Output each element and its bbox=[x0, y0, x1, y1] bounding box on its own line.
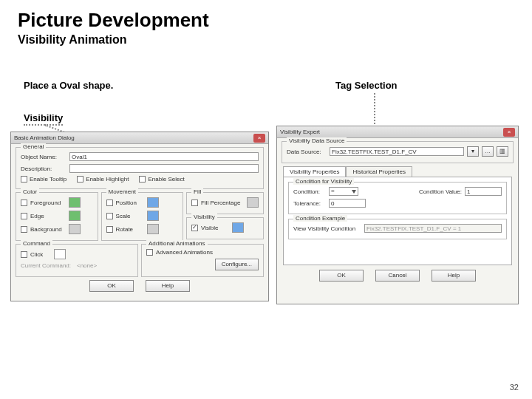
dropdown-icon[interactable]: ▾ bbox=[467, 146, 479, 157]
fill-legend: Fill bbox=[191, 188, 203, 195]
fill-label: Fill Percentage bbox=[201, 200, 244, 206]
slide-title: Picture Development bbox=[18, 9, 532, 32]
click-label: Click bbox=[30, 251, 51, 258]
condition-select[interactable]: = bbox=[329, 187, 358, 196]
command-group: Command Click Current Command:<none> bbox=[16, 244, 138, 277]
color-group: Color Foreground Edge Background bbox=[16, 192, 98, 241]
movement-legend: Movement bbox=[106, 188, 138, 195]
current-command-label: Current Command: bbox=[21, 262, 74, 269]
color-legend: Color bbox=[21, 188, 39, 195]
click-icon[interactable] bbox=[54, 249, 66, 259]
tolerance-label: Tolerance: bbox=[293, 200, 326, 207]
edge-checkbox[interactable] bbox=[21, 213, 27, 219]
enable-select-label: Enable Select bbox=[148, 176, 184, 183]
movement-group: Movement Position Scale Rotate bbox=[101, 192, 184, 241]
background-checkbox[interactable] bbox=[21, 226, 27, 233]
label-visibility: Visibility bbox=[24, 112, 63, 126]
label-tag-selection: Tag Selection bbox=[335, 80, 398, 91]
foreground-icon[interactable] bbox=[69, 197, 81, 208]
example-legend: Condition Example bbox=[293, 215, 347, 222]
dialog-title: Basic Animation Dialog bbox=[14, 134, 75, 141]
position-checkbox[interactable] bbox=[106, 200, 113, 206]
additional-group: Additional Animations Advanced Animation… bbox=[141, 244, 264, 277]
edge-label: Edge bbox=[30, 213, 66, 219]
condition-label: Condition: bbox=[293, 188, 326, 195]
help-button[interactable]: Help bbox=[146, 280, 190, 292]
slide-subtitle: Visibility Animation bbox=[18, 33, 532, 47]
data-source-legend: Visibility Data Source bbox=[287, 137, 347, 144]
visibility-group: Visibility Visible bbox=[186, 217, 264, 239]
data-source-label: Data Source: bbox=[287, 149, 327, 155]
dialog-title-right: Visibility Expert bbox=[280, 129, 320, 135]
general-group: General Object Name: Oval1 Description: … bbox=[16, 147, 264, 189]
description-label: Description: bbox=[21, 166, 66, 172]
database-icon[interactable]: ▥ bbox=[497, 146, 508, 157]
click-checkbox[interactable] bbox=[21, 251, 27, 258]
enable-tooltip-checkbox[interactable] bbox=[21, 176, 27, 183]
edge-icon[interactable] bbox=[69, 211, 81, 221]
configure-button[interactable]: Configure... bbox=[215, 259, 259, 270]
ok-button[interactable]: OK bbox=[319, 270, 364, 282]
position-label: Position bbox=[116, 200, 144, 206]
ok-button[interactable]: OK bbox=[89, 280, 134, 292]
enable-highlight-label: Enable Highlight bbox=[86, 176, 129, 183]
scale-icon[interactable] bbox=[147, 211, 159, 221]
command-legend: Command bbox=[21, 240, 52, 247]
advanced-checkbox[interactable] bbox=[146, 249, 153, 256]
visibility-expert-dialog: Visibility Expert × Visibility Data Sour… bbox=[276, 126, 519, 304]
enable-select-checkbox[interactable] bbox=[139, 176, 146, 183]
background-label: Background bbox=[30, 226, 66, 233]
visibility-tab-panel: Condition for Visibility Condition: = Co… bbox=[283, 177, 512, 265]
visible-checkbox[interactable] bbox=[191, 225, 198, 231]
tab-historical-properties[interactable]: Historical Properties bbox=[346, 166, 412, 177]
description-field[interactable] bbox=[69, 164, 259, 173]
scale-label: Scale bbox=[116, 213, 144, 219]
condition-group: Condition for Visibility Condition: = Co… bbox=[288, 182, 507, 214]
visible-label: Visible bbox=[201, 225, 229, 231]
close-icon[interactable]: × bbox=[253, 134, 265, 143]
general-legend: General bbox=[21, 143, 46, 150]
basic-animation-dialog: Basic Animation Dialog × General Object … bbox=[10, 132, 269, 301]
position-icon[interactable] bbox=[147, 197, 159, 208]
rotate-checkbox[interactable] bbox=[106, 226, 113, 233]
visible-icon[interactable] bbox=[232, 222, 244, 233]
page-number: 32 bbox=[510, 383, 519, 392]
condition-value-label: Condition Value: bbox=[415, 188, 462, 195]
tolerance-field[interactable]: 0 bbox=[329, 199, 366, 208]
additional-legend: Additional Animations bbox=[146, 240, 208, 247]
view-condition-label: View Visibility Condition bbox=[293, 225, 361, 232]
condition-legend: Condition for Visibility bbox=[293, 178, 354, 185]
fill-icon[interactable] bbox=[247, 197, 259, 208]
visibility-legend: Visibility bbox=[191, 214, 217, 220]
example-group: Condition Example View Visibility Condit… bbox=[288, 219, 507, 239]
background-icon[interactable] bbox=[69, 224, 81, 234]
scale-checkbox[interactable] bbox=[106, 213, 113, 219]
dialog-titlebar: Basic Animation Dialog × bbox=[11, 132, 268, 144]
tab-visibility-properties[interactable]: Visibility Properties bbox=[283, 166, 346, 177]
label-place-oval: Place a Oval shape. bbox=[24, 80, 113, 91]
object-name-field[interactable]: Oval1 bbox=[69, 152, 259, 161]
help-button[interactable]: Help bbox=[432, 270, 476, 282]
current-command-value: <none> bbox=[77, 262, 97, 269]
cancel-button[interactable]: Cancel bbox=[375, 270, 420, 282]
dialog-titlebar-right: Visibility Expert × bbox=[277, 126, 518, 138]
fill-group: Fill Fill Percentage bbox=[186, 192, 264, 214]
rotate-label: Rotate bbox=[116, 226, 144, 233]
fill-checkbox[interactable] bbox=[191, 200, 198, 206]
data-source-group: Visibility Data Source Data Source: Fix3… bbox=[282, 141, 514, 163]
data-source-field[interactable]: Fix32.TESTFIX.TEST_D1.F_CV bbox=[330, 147, 464, 156]
object-name-label: Object Name: bbox=[21, 154, 66, 160]
enable-tooltip-label: Enable Tooltip bbox=[30, 176, 66, 183]
foreground-label: Foreground bbox=[30, 200, 66, 206]
condition-value-field[interactable]: 1 bbox=[465, 187, 502, 196]
rotate-icon[interactable] bbox=[147, 224, 159, 234]
close-icon[interactable]: × bbox=[503, 128, 515, 137]
enable-highlight-checkbox[interactable] bbox=[77, 176, 83, 183]
advanced-label: Advanced Animations bbox=[156, 249, 213, 256]
foreground-checkbox[interactable] bbox=[21, 200, 27, 206]
view-condition-value: Fix32.TESTFIX.TEST_D1.F_CV = 1 bbox=[364, 224, 502, 233]
browse-button[interactable]: … bbox=[482, 146, 494, 157]
